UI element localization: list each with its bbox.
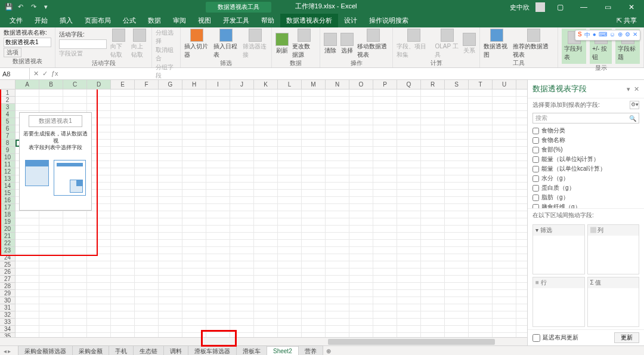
col-header-P[interactable]: P — [373, 80, 397, 89]
row-header-26[interactable]: 26 — [0, 268, 15, 276]
close-icon[interactable]: ✕ — [623, 3, 640, 11]
recommend-button[interactable]: 推荐的数据透视表 — [513, 29, 554, 59]
insert-timeline-button[interactable]: 插入日程表 — [213, 29, 239, 59]
row-header-34[interactable]: 34 — [0, 326, 15, 333]
tab-view[interactable]: 视图 — [192, 14, 217, 27]
col-header-H[interactable]: H — [182, 80, 206, 89]
field-pane-close-icon[interactable]: ✕ — [634, 85, 639, 93]
sheet-tab[interactable]: 滑板车 — [236, 345, 267, 355]
minimize-icon[interactable]: — — [575, 3, 593, 11]
name-box[interactable]: A8 — [0, 68, 30, 79]
row-header-31[interactable]: 31 — [0, 304, 15, 311]
col-header-I[interactable]: I — [206, 80, 230, 89]
autosave-icon[interactable]: 💾 — [5, 3, 13, 11]
row-header-33[interactable]: 33 — [0, 319, 15, 326]
field-checkbox[interactable] — [532, 147, 539, 153]
field-pane-dropdown-icon[interactable]: ▾ — [627, 85, 630, 93]
col-header-O[interactable]: O — [349, 80, 373, 89]
row-header-29[interactable]: 29 — [0, 290, 15, 297]
tab-review[interactable]: 审阅 — [167, 14, 192, 27]
select-button[interactable]: 选择 — [340, 33, 354, 55]
tab-file[interactable]: 文件 — [4, 14, 29, 27]
maximize-icon[interactable]: ▭ — [599, 3, 617, 11]
ime-settings-icon[interactable]: ⚙ — [625, 31, 630, 39]
share-button[interactable]: ⇱ 共享 — [609, 14, 644, 27]
col-header-S[interactable]: S — [445, 80, 469, 89]
field-checkbox[interactable] — [532, 128, 539, 134]
field-settings-button[interactable]: 字段设置 — [59, 50, 107, 58]
formula-input[interactable] — [62, 68, 644, 79]
sheet-tab[interactable]: 调料 — [163, 345, 188, 355]
ime-add-icon[interactable]: ⊕ — [618, 31, 623, 39]
field-checkbox[interactable] — [532, 156, 539, 163]
row-header-35[interactable]: 35 — [0, 333, 15, 337]
col-header-R[interactable]: R — [421, 80, 445, 89]
tab-dev[interactable]: 开发工具 — [217, 14, 255, 27]
field-item[interactable]: 水分（g） — [532, 174, 639, 183]
field-item[interactable]: 食部(%) — [532, 145, 639, 155]
tab-formula[interactable]: 公式 — [117, 14, 142, 27]
col-header-F[interactable]: F — [135, 80, 159, 89]
accept-fx-icon[interactable]: ✓ — [42, 70, 48, 78]
move-pt-button[interactable]: 移动数据透视表 — [357, 29, 389, 59]
col-header-G[interactable]: G — [159, 80, 182, 89]
area-filter[interactable]: ▾ 筛选 — [532, 224, 585, 274]
sheet-tab[interactable]: 滑板车筛选器 — [188, 345, 237, 355]
tab-help[interactable]: 帮助 — [255, 14, 280, 27]
ime-close-icon[interactable]: ✕ — [633, 31, 637, 39]
field-checkbox[interactable] — [532, 185, 539, 192]
area-value[interactable]: Σ 值 — [587, 277, 640, 327]
horizontal-scrollbar[interactable] — [0, 337, 527, 345]
ribbon-display-icon[interactable]: ▢ — [551, 3, 569, 11]
field-checkbox[interactable] — [532, 137, 539, 144]
field-checkbox[interactable] — [532, 195, 539, 201]
pivot-placeholder[interactable]: 数据透视表1 若要生成报表，请从数据透视表字段列表中选择字段 — [19, 112, 92, 211]
field-item[interactable]: 食物名称 — [532, 135, 639, 145]
row-header-25[interactable]: 25 — [0, 261, 15, 268]
fx-icon[interactable]: ƒx — [51, 70, 58, 78]
col-header-B[interactable]: B — [39, 80, 63, 89]
col-header-L[interactable]: L — [278, 80, 302, 89]
column-headers[interactable]: ABCDEFGHIJKLMNOPQRSTU — [0, 80, 527, 89]
ime-toolbar[interactable]: S 中 ● ⌨ ☺ ⊕ ⚙ ✕ — [575, 30, 640, 41]
sheet-tab[interactable]: 采购金额 — [72, 345, 109, 355]
user-name[interactable]: 史中欣 — [510, 3, 530, 12]
ime-dot-icon[interactable]: ● — [593, 31, 596, 39]
pivot-chart-button[interactable]: 数据透视图 — [484, 29, 509, 59]
row-header-30[interactable]: 30 — [0, 297, 15, 304]
tab-home[interactable]: 开始 — [29, 14, 54, 27]
defer-update-checkbox[interactable] — [532, 334, 540, 342]
ime-lang[interactable]: 中 — [584, 31, 590, 39]
col-header-C[interactable]: C — [63, 80, 87, 89]
new-sheet-button[interactable]: ⊕ — [323, 347, 335, 355]
field-checkbox[interactable] — [532, 166, 539, 172]
field-item[interactable]: 能量（以单位kj计算） — [532, 155, 639, 164]
ungroup-button[interactable]: 取消组合 — [156, 46, 177, 63]
field-item[interactable]: 食物分类 — [532, 126, 639, 135]
update-button[interactable]: 更新 — [614, 332, 639, 343]
sheet-tab[interactable]: 生态链 — [133, 345, 164, 355]
col-header-Q[interactable]: Q — [397, 80, 421, 89]
pt-name-input[interactable] — [4, 38, 51, 47]
col-header-D[interactable]: D — [87, 80, 111, 89]
clear-button[interactable]: 清除 — [324, 33, 337, 55]
cancel-fx-icon[interactable]: ✕ — [33, 70, 39, 78]
field-list[interactable]: 食物分类食物名称食部(%)能量（以单位kj计算）能量（以单位kcal计算）水分（… — [528, 125, 644, 208]
select-all-corner[interactable] — [0, 80, 16, 89]
fields-items-button[interactable]: 字段、项目和集 — [397, 29, 431, 59]
col-header-M[interactable]: M — [302, 80, 326, 89]
tab-layout[interactable]: 页面布局 — [79, 14, 117, 27]
refresh-button[interactable]: 刷新 — [275, 33, 289, 55]
ime-keyboard-icon[interactable]: ⌨ — [599, 31, 607, 39]
qat-more-icon[interactable]: ▾ — [44, 3, 52, 11]
row-header-32[interactable]: 32 — [0, 311, 15, 319]
scroll-thumb[interactable] — [328, 339, 495, 345]
area-row[interactable]: ≡ 行 — [532, 277, 585, 327]
tab-tellme[interactable]: 操作说明搜索 — [363, 14, 414, 27]
col-header-K[interactable]: K — [254, 80, 278, 89]
field-item[interactable]: 能量（以单位kcal计算） — [532, 164, 639, 174]
field-item[interactable]: 蛋白质（g） — [532, 183, 639, 193]
sheet-tab[interactable]: Sheet2 — [267, 346, 299, 356]
change-source-button[interactable]: 更改数据源 — [292, 29, 316, 59]
group-selection-button[interactable]: 分组选择 — [156, 29, 177, 45]
